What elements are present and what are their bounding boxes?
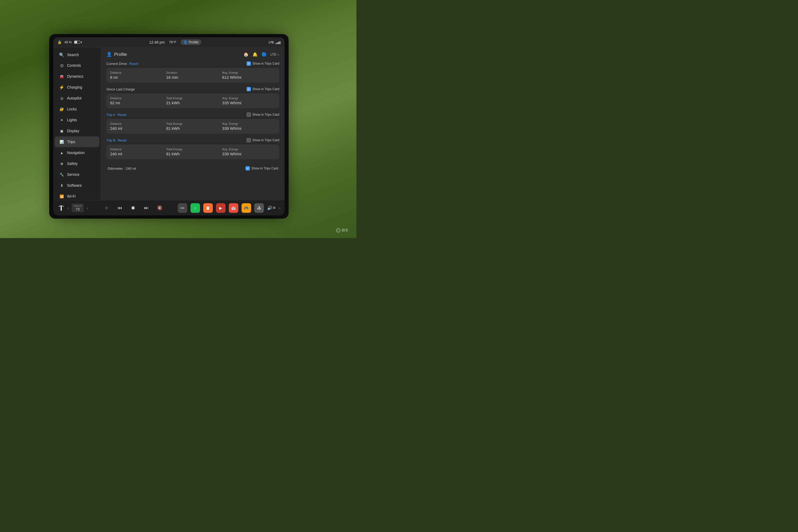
- home-icon[interactable]: 🏠: [243, 52, 249, 57]
- sidebar-item-locks[interactable]: 🔐 Locks: [55, 104, 99, 114]
- sidebar-item-safety[interactable]: ⊕ Safety: [55, 158, 99, 169]
- youtube-icon[interactable]: ▶: [216, 203, 226, 213]
- software-label: Software: [67, 183, 82, 188]
- odometer-checkbox[interactable]: [246, 166, 250, 171]
- controls-label: Controls: [67, 63, 81, 68]
- since-last-charge-show-trips[interactable]: Show in Trips Card: [247, 87, 279, 91]
- sidebar-item-navigation[interactable]: ▲ Navigation: [55, 147, 99, 158]
- odometer-show-label: Show in Trips Card: [251, 167, 278, 170]
- duration-value: 16 min: [166, 75, 220, 79]
- avg-energy-value: 612 Wh/mi: [222, 75, 276, 79]
- sidebar-item-controls[interactable]: ⊙ Controls: [55, 60, 99, 71]
- spotify-logo: ♪: [194, 206, 196, 210]
- signal-bar-4: [280, 41, 280, 44]
- slc-avg-energy-value: 335 Wh/mi: [222, 100, 276, 105]
- tesla-logo: [57, 204, 65, 212]
- since-last-charge-checkbox[interactable]: [247, 87, 251, 91]
- service-label: Service: [67, 172, 79, 177]
- since-last-charge-title: Since Last Charge: [107, 87, 135, 91]
- bluetooth-icon[interactable]: 🔵: [262, 52, 267, 57]
- trip-a-show-trips[interactable]: Show in Trips Card: [247, 113, 279, 117]
- trip-b-title: Trip B Reset: [107, 138, 127, 142]
- game-icon[interactable]: 🎮: [242, 203, 251, 213]
- chevron-right-icon[interactable]: ›: [279, 206, 280, 210]
- mute-button[interactable]: 🔇: [155, 203, 165, 213]
- current-drive-reset[interactable]: Reset: [129, 62, 138, 66]
- more-icon[interactable]: •••: [178, 203, 187, 213]
- volume-control[interactable]: 🔊✕: [267, 205, 276, 210]
- trip-a-reset[interactable]: Reset: [117, 113, 126, 117]
- trip-a-checkbox[interactable]: [247, 113, 251, 117]
- trip-b-total-energy-value: 81 kWh: [166, 152, 220, 156]
- sidebar-item-lights[interactable]: ✦ Lights: [55, 115, 99, 125]
- trip-a-total-energy: Total Energy 81 kWh: [166, 122, 222, 131]
- avg-energy-label: Avg. Energy: [222, 71, 276, 74]
- current-drive-duration: Duration 16 min: [166, 71, 222, 79]
- trip-b-section: Trip B Reset Show in Trips Card Distance…: [107, 138, 279, 159]
- trip-b-show-label: Show in Trips Card: [252, 138, 279, 142]
- sidebar-item-service[interactable]: 🔧 Service: [55, 169, 99, 180]
- signal-icon[interactable]: LTE↑↓: [270, 53, 279, 56]
- sidebar-item-trips[interactable]: 📊 Trips: [55, 136, 99, 147]
- slc-avg-energy: Avg. Energy 335 Wh/mi: [222, 97, 276, 105]
- favorite-button[interactable]: ☆: [102, 203, 111, 213]
- youtube-logo: ▶: [219, 206, 222, 210]
- spotify-icon[interactable]: ♪: [190, 203, 200, 213]
- next-track-button[interactable]: ⏭: [142, 203, 151, 213]
- signal-bars: [276, 40, 280, 44]
- profile-label: Profile: [189, 40, 199, 44]
- current-drive-checkbox[interactable]: [247, 61, 251, 66]
- current-drive-card: Distance 8 mi Duration 16 min Avg. Energ…: [107, 68, 279, 83]
- trip-a-card: Distance 240 ml Total Energy 81 kWh Avg.…: [107, 119, 279, 134]
- prev-arrow[interactable]: ‹: [66, 205, 70, 211]
- trip-a-label: Trip A: [107, 113, 115, 117]
- duration-label: Duration: [166, 71, 220, 74]
- trip-b-checkbox[interactable]: [247, 138, 251, 142]
- sidebar-item-charging[interactable]: ⚡ Charging: [55, 82, 99, 93]
- trip-b-card: Distance 240 ml Total Energy 81 kWh Avg.…: [107, 145, 279, 159]
- trip-a-title: Trip A Reset: [107, 113, 126, 117]
- prev-track-button[interactable]: ⏮: [115, 203, 125, 213]
- slc-avg-energy-label: Avg. Energy: [222, 97, 276, 100]
- service-icon: 🔧: [59, 172, 64, 177]
- charging-label: Charging: [67, 85, 82, 89]
- trip-a-avg-energy-label: Avg. Energy: [222, 122, 276, 125]
- bell-icon[interactable]: 🔔: [252, 52, 258, 57]
- display-icon: ▣: [59, 128, 64, 134]
- trip-a-distance-value: 240 ml: [110, 126, 164, 131]
- stop-button[interactable]: ⏹: [129, 203, 138, 213]
- sidebar-item-autopilot[interactable]: ◎ Autopilot: [55, 93, 99, 103]
- next-arrow[interactable]: ›: [86, 205, 89, 211]
- svg-text:©: ©: [337, 229, 339, 232]
- current-drive-show-label: Show in Trips Card: [252, 62, 279, 65]
- current-drive-header: Current Drive Reset Show in Trips Card: [107, 61, 279, 66]
- taskbar-center: ☆ ⏮ ⏹ ⏭ 🔇: [102, 203, 165, 213]
- trip-b-show-trips[interactable]: Show in Trips Card: [247, 138, 279, 142]
- sidebar-item-software[interactable]: ⬇ Software: [55, 180, 99, 191]
- signal-bar-2: [277, 42, 278, 44]
- profile-button[interactable]: 👤 Profile: [180, 39, 201, 45]
- current-drive-show-trips[interactable]: Show in Trips Card: [247, 61, 279, 66]
- odometer-show-trips[interactable]: Show in Trips Card: [246, 166, 278, 171]
- profile-person-icon: 👤: [107, 52, 112, 57]
- current-drive-section: Current Drive Reset Show in Trips Card D…: [107, 61, 279, 83]
- safety-label: Safety: [67, 162, 78, 166]
- since-last-charge-card: Distance 62 mi Total Energy 21 kWh Avg. …: [107, 93, 279, 108]
- watermark: © 易车: [336, 228, 348, 233]
- sidebar-item-display[interactable]: ▣ Display: [55, 126, 99, 136]
- sidebar-item-dynamics[interactable]: 🚘 Dynamics: [55, 71, 99, 82]
- panel-header: 👤 Profile 🏠 🔔 🔵 LTE↑↓: [107, 52, 279, 57]
- taskbar: ‹ Manual 73 › ☆ ⏮ ⏹ ⏭ 🔇: [53, 200, 285, 215]
- slc-distance-label: Distance: [110, 97, 164, 100]
- dynamics-label: Dynamics: [67, 74, 83, 78]
- calendar2-icon[interactable]: 📅: [229, 203, 238, 213]
- trip-b-reset[interactable]: Reset: [118, 138, 127, 142]
- sidebar-item-wifi[interactable]: 📶 Wi-Fi: [55, 191, 99, 200]
- star-icon: ☆: [104, 205, 109, 211]
- calendar-icon[interactable]: 📋: [203, 203, 213, 213]
- joystick-icon[interactable]: 🕹: [254, 203, 264, 213]
- tesla-screen: 🔒 49 % 12:48 pm 78°F 👤 Profile LTE: [53, 37, 285, 215]
- calendar-logo: 📋: [206, 206, 210, 210]
- sidebar-search[interactable]: 🔍 Search: [55, 50, 99, 60]
- controls-icon: ⊙: [59, 63, 64, 68]
